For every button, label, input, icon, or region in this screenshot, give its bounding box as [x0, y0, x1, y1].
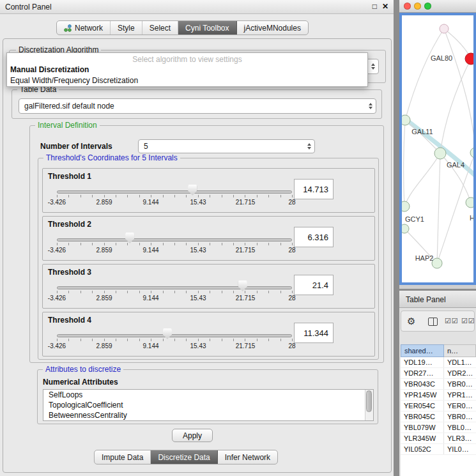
float-window-icon[interactable]: □	[372, 2, 377, 11]
combo-stepper-icon	[371, 63, 375, 70]
window-title: Control Panel	[5, 3, 52, 12]
network-node[interactable]	[466, 197, 473, 208]
slider-thumb[interactable]	[188, 185, 197, 196]
network-node[interactable]	[440, 24, 449, 33]
cell[interactable]: YBL079W	[401, 422, 444, 433]
cell[interactable]: YDR2…	[444, 368, 476, 378]
tab-impute-data[interactable]: Impute Data	[95, 450, 151, 464]
threshold-value-field[interactable]: 11.344	[294, 323, 334, 343]
list-item[interactable]: BetweennessCentrality	[43, 410, 373, 420]
cell[interactable]: YBL0…	[444, 422, 476, 433]
network-node[interactable]	[432, 258, 442, 268]
cell[interactable]: YBR0…	[444, 411, 476, 422]
scale-label: -3.426	[48, 199, 66, 206]
slider-thumb[interactable]	[125, 233, 134, 243]
cell[interactable]: YPR1…	[444, 390, 476, 400]
columns-icon[interactable]	[428, 318, 438, 326]
dropdown-option-equal-width[interactable]: Equal Width/Frequency Discretization	[7, 75, 367, 86]
select-rows-icon[interactable]: ☑☑	[461, 317, 475, 325]
slider-track[interactable]	[57, 190, 292, 194]
scale-label: 28	[288, 199, 295, 206]
table-row[interactable]: YBL079WYBL0…	[401, 422, 476, 433]
attributes-group: Attributes to discretize Numerical Attri…	[37, 369, 378, 424]
group-title: Attributes to discretize	[43, 365, 123, 374]
select-columns-icon[interactable]: ☑☑	[445, 317, 459, 325]
close-icon[interactable]: ✕	[382, 2, 388, 11]
threshold-label: Threshold 4	[48, 316, 91, 325]
network-node-label: GAL4	[447, 161, 464, 169]
scrollbar-thumb[interactable]	[366, 390, 372, 412]
group-title: Threshold's Coordinates for 5 Intervals	[43, 153, 180, 162]
gear-icon[interactable]: ⚙	[407, 316, 415, 327]
cell[interactable]: YDR27…	[401, 368, 444, 378]
table-row[interactable]: YIL052CYIL0…	[401, 444, 476, 455]
tab-select[interactable]: Select	[142, 21, 178, 35]
dropdown-option-manual-discretization[interactable]: Manual Discretization	[7, 65, 367, 75]
cell[interactable]: YDL19…	[401, 357, 444, 367]
tab-infer-network[interactable]: Infer Network	[218, 450, 277, 464]
tab-discretize-data[interactable]: Discretize Data	[151, 450, 217, 464]
scale-label: 15.43	[190, 247, 206, 254]
tab-jactivemnodules[interactable]: jActiveMNodules	[237, 21, 308, 35]
threshold-value-field[interactable]: 21.4	[294, 275, 334, 295]
network-node-label: GCY1	[405, 215, 424, 223]
bottom-tab-bar: Impute Data Discretize Data Infer Networ…	[94, 450, 278, 464]
column-header-shared[interactable]: shared…	[401, 344, 444, 357]
table-row[interactable]: YER054CYER0…	[401, 401, 476, 411]
cell[interactable]: YPR145W	[401, 390, 444, 400]
cell[interactable]: YIL0…	[444, 444, 476, 454]
cell[interactable]: YLR3…	[444, 433, 476, 443]
network-node[interactable]	[402, 115, 410, 125]
tab-style[interactable]: Style	[111, 21, 142, 35]
control-panel-window: Control Panel □ ✕ Network Style Select C…	[0, 0, 394, 476]
table-row[interactable]: YDL19…YDL1…	[401, 357, 476, 368]
cell[interactable]: YER054C	[401, 401, 444, 411]
network-node[interactable]	[402, 224, 409, 233]
table-row[interactable]: YPR145WYPR1…	[401, 390, 476, 401]
column-header-name[interactable]: n…	[444, 344, 476, 357]
network-node[interactable]	[402, 201, 410, 211]
slider-track[interactable]	[57, 286, 292, 289]
minimize-traffic-light[interactable]	[414, 3, 421, 10]
network-window-titlebar	[399, 0, 476, 13]
network-node-selected[interactable]	[465, 53, 473, 65]
cell[interactable]: YLR345W	[401, 433, 444, 443]
cell[interactable]: YIL052C	[401, 444, 444, 454]
threshold-value-field[interactable]: 14.713	[294, 179, 334, 199]
threshold-3-panel: Threshold 3 -3.426 2.859 9.144 15.43 21.…	[42, 264, 375, 309]
combo-value: 5	[144, 142, 148, 151]
slider-track[interactable]	[57, 334, 292, 337]
list-scrollbar[interactable]	[365, 390, 373, 420]
slider-thumb[interactable]	[163, 328, 172, 339]
threshold-4-panel: Threshold 4 -3.426 2.859 9.144 15.43 21.…	[42, 312, 375, 357]
table-data-combobox[interactable]: galFiltered.sif default node	[19, 98, 376, 114]
group-title: Interval Definition	[35, 121, 100, 130]
table-toolbar: ⚙ ☑☑ ☑☑	[401, 311, 475, 332]
table-row[interactable]: YBR043CYBR0…	[401, 379, 476, 390]
cell[interactable]: YDL1…	[444, 357, 476, 367]
cell[interactable]: YBR0…	[444, 379, 476, 389]
network-canvas[interactable]: GAL80 GAL11 GAL4 GCY1 HAP2 H	[399, 13, 476, 285]
cell[interactable]: YER0…	[444, 401, 476, 411]
threshold-value-field[interactable]: 6.316	[294, 227, 334, 247]
list-item[interactable]: SelfLoops	[43, 390, 373, 400]
close-traffic-light[interactable]	[404, 3, 411, 10]
cell[interactable]: YBR045C	[401, 411, 444, 422]
tab-cyni-toolbox[interactable]: Cyni Toolbox	[178, 21, 236, 35]
number-of-intervals-combobox[interactable]: 5	[138, 139, 315, 153]
network-node[interactable]	[434, 148, 446, 159]
list-item[interactable]: TopologicalCoefficient	[43, 400, 373, 410]
table-row[interactable]: YBR045CYBR0…	[401, 411, 476, 422]
cell[interactable]: YBR043C	[401, 379, 444, 389]
slider-track[interactable]	[57, 238, 292, 242]
threshold-label: Threshold 1	[48, 172, 91, 181]
tab-network[interactable]: Network	[57, 21, 111, 35]
slider-thumb[interactable]	[238, 280, 247, 291]
network-node[interactable]	[470, 148, 473, 158]
scale-label: -3.426	[48, 342, 66, 349]
apply-button[interactable]: Apply	[172, 429, 213, 442]
table-panel-titlebar: Table Panel	[399, 291, 476, 308]
table-row[interactable]: YLR345WYLR3…	[401, 433, 476, 444]
table-row[interactable]: YDR27…YDR2…	[401, 368, 476, 379]
zoom-traffic-light[interactable]	[424, 3, 431, 10]
